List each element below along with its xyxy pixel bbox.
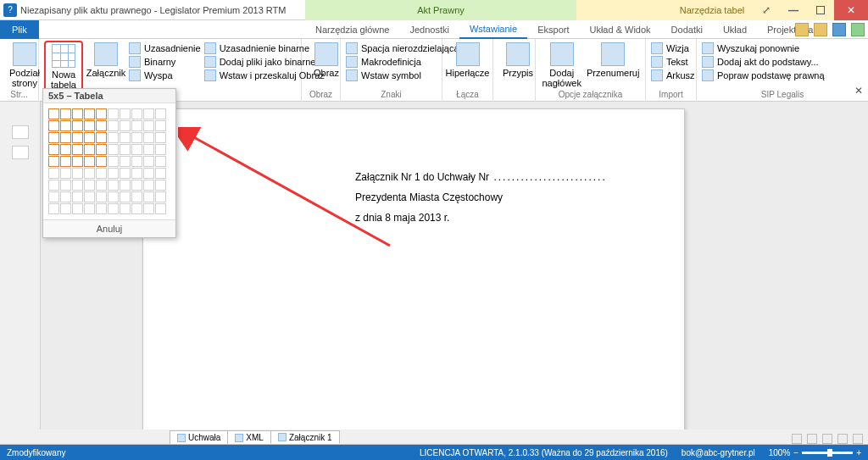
table-picker-cell[interactable] bbox=[155, 168, 166, 179]
table-picker-cell[interactable] bbox=[143, 156, 154, 167]
close-button[interactable]: ✕ bbox=[834, 0, 868, 20]
ribbon-tab-narz-dzia-g-wne[interactable]: Narzędzia główne bbox=[305, 20, 399, 39]
table-picker-cell[interactable] bbox=[72, 120, 83, 131]
table-picker-cell[interactable] bbox=[48, 203, 59, 214]
status-icon-4[interactable] bbox=[837, 434, 848, 444]
table-picker-cell[interactable] bbox=[72, 203, 83, 214]
table-picker-cell[interactable] bbox=[60, 168, 71, 179]
table-picker-cell[interactable] bbox=[108, 132, 119, 143]
table-picker-cell[interactable] bbox=[96, 108, 107, 119]
table-picker-cell[interactable] bbox=[84, 144, 95, 155]
footnote-button[interactable]: Przypis bbox=[498, 41, 537, 80]
table-picker-cell[interactable] bbox=[155, 180, 166, 191]
table-picker-cell[interactable] bbox=[72, 108, 83, 119]
table-picker-cell[interactable] bbox=[84, 120, 95, 131]
table-picker-cell[interactable] bbox=[120, 132, 131, 143]
table-picker-cell[interactable] bbox=[60, 180, 71, 191]
table-picker-cell[interactable] bbox=[48, 120, 59, 131]
table-picker-cell[interactable] bbox=[84, 156, 95, 167]
table-picker-cell[interactable] bbox=[120, 168, 131, 179]
table-picker-cell[interactable] bbox=[155, 120, 166, 131]
table-picker-cell[interactable] bbox=[108, 168, 119, 179]
table-picker-cell[interactable] bbox=[96, 144, 107, 155]
sheet-tab-załącznik-1[interactable]: Załącznik 1 bbox=[270, 430, 340, 444]
table-picker-cell[interactable] bbox=[143, 132, 154, 143]
status-icon-5[interactable] bbox=[853, 434, 863, 444]
table-picker-cell[interactable] bbox=[72, 180, 83, 191]
table-picker-cell[interactable] bbox=[108, 180, 119, 191]
status-icon-2[interactable] bbox=[807, 434, 817, 444]
table-picker-cell[interactable] bbox=[48, 156, 59, 167]
table-picker-cell[interactable] bbox=[131, 191, 142, 202]
sidebar-icon-1[interactable] bbox=[12, 125, 29, 139]
table-picker-cell[interactable] bbox=[84, 203, 95, 214]
context-tab-akt-prawny[interactable]: Akt Prawny bbox=[305, 0, 576, 20]
zoom-control[interactable]: 100% −+ bbox=[769, 448, 861, 457]
table-picker-cell[interactable] bbox=[96, 191, 107, 202]
table-picker-cell[interactable] bbox=[131, 132, 142, 143]
ribbon-item-binarny[interactable]: Binarny bbox=[129, 56, 201, 68]
quick-icon-4[interactable] bbox=[851, 23, 865, 36]
table-picker-cell[interactable] bbox=[60, 144, 71, 155]
ribbon-tab-wstawianie[interactable]: Wstawianie bbox=[459, 20, 527, 39]
table-picker-cancel[interactable]: Anuluj bbox=[43, 219, 175, 237]
panel-close-icon[interactable]: ✕ bbox=[854, 85, 863, 97]
help-icon[interactable] bbox=[832, 23, 846, 36]
sidebar-icon-2[interactable] bbox=[12, 146, 29, 159]
table-picker-cell[interactable] bbox=[155, 132, 166, 143]
table-picker-cell[interactable] bbox=[96, 120, 107, 131]
table-picker-cell[interactable] bbox=[84, 168, 95, 179]
table-picker-cell[interactable] bbox=[48, 144, 59, 155]
table-picker-cell[interactable] bbox=[96, 180, 107, 191]
status-icon-3[interactable] bbox=[822, 434, 832, 444]
table-picker-cell[interactable] bbox=[155, 108, 166, 119]
table-picker-cell[interactable] bbox=[48, 132, 59, 143]
ribbon-item-wizja[interactable]: Wizja bbox=[651, 42, 695, 54]
table-picker-cell[interactable] bbox=[108, 120, 119, 131]
ribbon-tab-eksport[interactable]: Eksport bbox=[527, 20, 579, 39]
table-picker-cell[interactable] bbox=[155, 156, 166, 167]
quick-icon-1[interactable] bbox=[795, 23, 809, 36]
file-tab[interactable]: Plik bbox=[0, 20, 39, 39]
table-picker-cell[interactable] bbox=[120, 144, 131, 155]
table-picker-cell[interactable] bbox=[131, 120, 142, 131]
ribbon-item-wyspa[interactable]: Wyspa bbox=[129, 69, 201, 81]
table-picker-cell[interactable] bbox=[48, 168, 59, 179]
table-picker-cell[interactable] bbox=[120, 180, 131, 191]
ribbon-item-arkusz[interactable]: Arkusz bbox=[651, 69, 695, 81]
ribbon-item-wyszukaj-ponownie[interactable]: Wyszukaj ponownie bbox=[702, 42, 825, 54]
table-picker-cell[interactable] bbox=[120, 191, 131, 202]
table-picker-cell[interactable] bbox=[143, 120, 154, 131]
table-picker-cell[interactable] bbox=[155, 203, 166, 214]
table-size-picker[interactable]: 5x5 – Tabela Anuluj bbox=[42, 88, 176, 238]
hyperlink-button[interactable]: Hiperłącze bbox=[448, 41, 487, 80]
quick-icon-2[interactable] bbox=[814, 23, 827, 36]
table-picker-cell[interactable] bbox=[60, 108, 71, 119]
table-picker-cell[interactable] bbox=[72, 168, 83, 179]
table-picker-cell[interactable] bbox=[48, 108, 59, 119]
table-picker-cell[interactable] bbox=[72, 144, 83, 155]
ribbon-tab-uk-ad-widok[interactable]: Układ & Widok bbox=[579, 20, 660, 39]
table-picker-cell[interactable] bbox=[143, 144, 154, 155]
table-picker-cell[interactable] bbox=[131, 180, 142, 191]
table-picker-cell[interactable] bbox=[72, 191, 83, 202]
table-picker-cell[interactable] bbox=[131, 156, 142, 167]
ribbon-item-dodaj-akt-do-podstawy-[interactable]: Dodaj akt do podstawy... bbox=[702, 56, 825, 68]
table-picker-cell[interactable] bbox=[155, 191, 166, 202]
table-picker-cell[interactable] bbox=[72, 132, 83, 143]
table-picker-cell[interactable] bbox=[96, 168, 107, 179]
table-picker-cell[interactable] bbox=[155, 144, 166, 155]
attachment-button[interactable]: Załącznik bbox=[86, 41, 125, 80]
table-picker-cell[interactable] bbox=[108, 203, 119, 214]
status-icon-1[interactable] bbox=[792, 434, 802, 444]
table-picker-cell[interactable] bbox=[143, 168, 154, 179]
table-picker-cell[interactable] bbox=[131, 108, 142, 119]
table-picker-cell[interactable] bbox=[120, 203, 131, 214]
ribbon-tab-uk-ad[interactable]: Układ bbox=[713, 20, 757, 39]
sheet-tab-xml[interactable]: XML bbox=[227, 430, 271, 444]
table-picker-cell[interactable] bbox=[108, 108, 119, 119]
table-picker-cell[interactable] bbox=[60, 132, 71, 143]
table-picker-cell[interactable] bbox=[60, 191, 71, 202]
sheet-tab-uchwała[interactable]: Uchwała bbox=[170, 430, 228, 444]
table-picker-cell[interactable] bbox=[120, 120, 131, 131]
